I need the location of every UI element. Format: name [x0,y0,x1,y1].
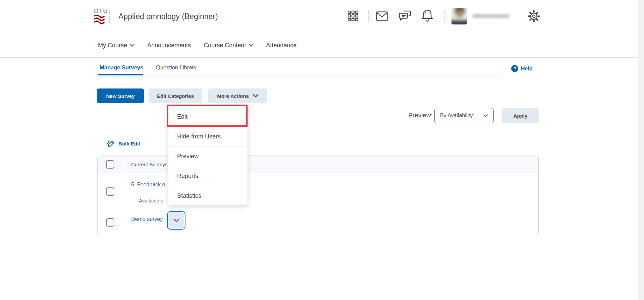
dtu-logo-text: DTU [94,7,108,15]
table-header-label: Current Surveys [131,162,167,167]
edit-categories-button[interactable]: Edit Categories [149,88,202,103]
vertical-scrollbar[interactable] [638,0,644,300]
surveys-table: Current Surveys 5. Feedback o Available … [97,156,539,235]
user-name-blurred[interactable] [472,14,510,18]
nav-item-course-content[interactable]: Course Content [204,42,253,49]
nav-item-announcements[interactable]: Announcements [147,42,191,49]
menu-item-statistics[interactable]: Statistics [168,186,248,205]
manage-surveys-page: DTU Applied omnology (Beginner) [0,0,644,300]
pencil-edit-icon [107,139,115,147]
tab-manage-surveys[interactable]: Manage Surveys [100,64,143,71]
select-all-checkbox[interactable] [106,160,114,169]
apply-button[interactable]: Apply [502,108,539,123]
mail-icon[interactable] [376,11,388,21]
dotted-divider [444,11,445,21]
row-checkbox-cell [98,173,123,209]
user-avatar[interactable] [451,8,467,24]
chevron-down-icon [249,44,253,47]
help-question-icon: ? [511,65,518,72]
row-checkbox[interactable] [106,187,114,196]
survey-link-feedback[interactable]: 5. Feedback o [131,182,165,188]
preview-filter-select[interactable]: By Availability [434,108,494,123]
course-navbar [0,33,644,58]
new-survey-button[interactable]: New Survey [97,88,144,103]
table-header-row: Current Surveys [98,156,538,173]
course-title: Applied omnology (Beginner) [118,12,218,21]
tab-question-library[interactable]: Question Library [156,64,197,71]
settings-gear-icon[interactable] [527,10,540,23]
menu-item-hide-from-users[interactable]: Hide from Users [168,126,248,146]
bell-icon[interactable] [421,9,433,22]
row-checkbox[interactable] [106,218,114,227]
chat-icon[interactable] [399,10,412,21]
nav-item-my-course[interactable]: My Course [98,42,135,49]
table-row: Demo survey [98,209,538,235]
avatar-photo-blurred [451,8,467,24]
menu-item-edit[interactable]: Edit [168,107,248,126]
chevron-down-icon [483,114,488,117]
menu-item-reports[interactable]: Reports [168,166,248,186]
dotted-divider [368,11,369,21]
dtu-logo-icon [94,15,105,25]
survey-link-demo[interactable]: Demo survey [131,216,163,222]
apps-grid-icon[interactable] [347,10,359,21]
menu-item-preview[interactable]: Preview [168,146,248,166]
header-checkbox-cell [98,156,123,173]
nav-item-attendance[interactable]: Attendance [266,42,297,49]
demo-survey-context-menu-button[interactable] [167,211,185,230]
row-checkbox-cell [98,209,123,235]
dotted-divider [109,10,110,23]
course-nav-items: My Course Announcements Course Content A… [98,33,297,57]
chevron-down-icon [253,94,258,98]
context-menu: Edit Hide from Users Preview Reports Sta… [168,107,248,206]
chevron-down-icon [173,219,179,222]
more-actions-button[interactable]: More Actions [208,88,267,103]
preview-label: Preview: [399,112,433,119]
help-link[interactable]: ? Help [511,65,533,72]
bulk-edit-link[interactable]: Bulk Edit [107,139,140,147]
tabs-divider [97,76,503,76]
active-tab-underline [98,74,143,75]
chevron-down-icon [130,44,135,47]
table-row: 5. Feedback o Available o [98,173,538,209]
